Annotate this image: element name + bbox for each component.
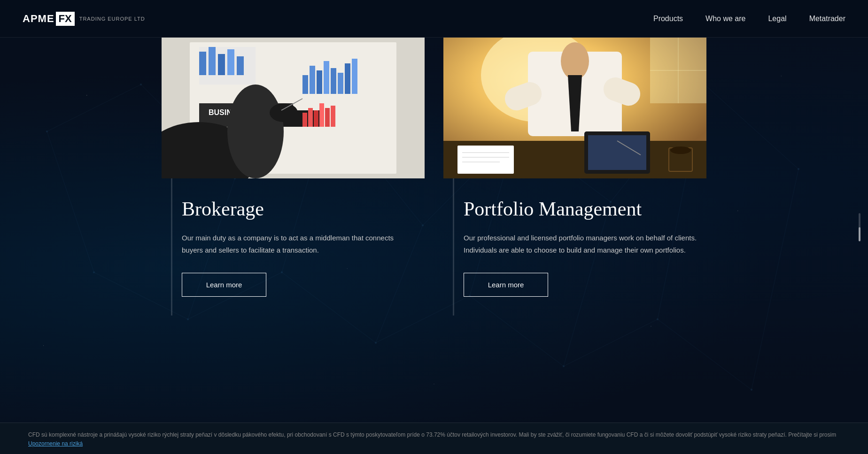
- svg-rect-49: [324, 61, 329, 94]
- svg-rect-70: [227, 49, 234, 75]
- portfolio-learn-more-button[interactable]: Learn more: [464, 273, 548, 297]
- svg-rect-55: [308, 108, 313, 127]
- svg-rect-67: [199, 52, 206, 75]
- svg-point-64: [270, 103, 298, 122]
- svg-rect-48: [317, 70, 322, 94]
- logo-subtitle: TRADING EUROPE LTD: [79, 16, 145, 22]
- svg-point-63: [227, 85, 284, 178]
- brokerage-image: BUSINESS REPORT REPORT: [162, 38, 425, 178]
- logo-area: APME FX TRADING EUROPE LTD: [23, 12, 145, 26]
- svg-rect-58: [325, 108, 330, 127]
- nav-link-legal[interactable]: Legal: [768, 15, 786, 23]
- svg-point-12: [375, 342, 377, 344]
- portfolio-title: Portfolio Management: [464, 197, 697, 221]
- svg-rect-83: [457, 146, 514, 174]
- svg-point-75: [561, 42, 589, 80]
- svg-point-16: [751, 389, 752, 391]
- svg-rect-69: [218, 54, 225, 75]
- svg-rect-46: [302, 75, 308, 94]
- svg-rect-54: [302, 113, 307, 127]
- nav-link-who-we-are[interactable]: Who we are: [705, 15, 745, 23]
- nav-link-metatrader[interactable]: Metatrader: [809, 15, 845, 23]
- brokerage-card: BUSINESS REPORT REPORT: [162, 38, 425, 315]
- logo-text-fx: FX: [56, 12, 75, 26]
- navigation: APME FX TRADING EUROPE LTD Products Who …: [0, 0, 868, 38]
- nav-item-legal[interactable]: Legal: [768, 15, 786, 23]
- svg-rect-57: [319, 103, 324, 127]
- brokerage-content: Brokerage Our main duty as a company is …: [171, 178, 425, 315]
- svg-rect-52: [345, 63, 350, 94]
- svg-line-31: [658, 319, 752, 390]
- logo-text-apme: APME: [23, 13, 54, 25]
- brokerage-learn-more-button[interactable]: Learn more: [182, 273, 266, 297]
- portfolio-description: Our professional and licensed portfolio …: [464, 232, 697, 256]
- nav-link-products[interactable]: Products: [653, 15, 683, 23]
- svg-point-88: [670, 146, 691, 154]
- portfolio-image: [443, 38, 706, 178]
- nav-links: Products Who we are Legal Metatrader: [653, 15, 845, 23]
- disclaimer-text: CFD sú komplexné nástroje a prinášajú vy…: [28, 431, 840, 448]
- svg-rect-51: [338, 73, 343, 94]
- svg-rect-71: [237, 56, 244, 75]
- svg-rect-53: [352, 59, 357, 94]
- logo: APME FX: [23, 12, 75, 26]
- nav-item-metatrader[interactable]: Metatrader: [809, 15, 845, 23]
- portfolio-image-svg: [443, 38, 706, 178]
- brokerage-image-svg: BUSINESS REPORT REPORT: [162, 38, 425, 178]
- svg-rect-50: [331, 68, 336, 94]
- cards-container: BUSINESS REPORT REPORT: [0, 38, 868, 315]
- svg-point-15: [657, 318, 659, 320]
- svg-rect-56: [314, 110, 318, 127]
- portfolio-card: Portfolio Management Our professional an…: [443, 38, 706, 315]
- svg-rect-47: [310, 66, 315, 94]
- svg-rect-68: [209, 47, 216, 75]
- brokerage-description: Our main duty as a company is to act as …: [182, 232, 415, 256]
- nav-item-products[interactable]: Products: [653, 15, 683, 23]
- disclaimer-link[interactable]: Upozornenie na riziká: [28, 440, 83, 447]
- svg-point-14: [563, 365, 565, 367]
- nav-item-who-we-are[interactable]: Who we are: [705, 15, 745, 23]
- svg-rect-59: [331, 106, 335, 127]
- disclaimer-bar: CFD sú komplexné nástroje a prinášajú vy…: [0, 423, 868, 454]
- brokerage-title: Brokerage: [182, 197, 415, 221]
- main-content: BUSINESS REPORT REPORT: [0, 38, 868, 423]
- portfolio-content: Portfolio Management Our professional an…: [453, 178, 706, 315]
- disclaimer-body: CFD sú komplexné nástroje a prinášajú vy…: [28, 431, 836, 438]
- svg-point-10: [187, 318, 189, 320]
- svg-line-30: [564, 319, 658, 366]
